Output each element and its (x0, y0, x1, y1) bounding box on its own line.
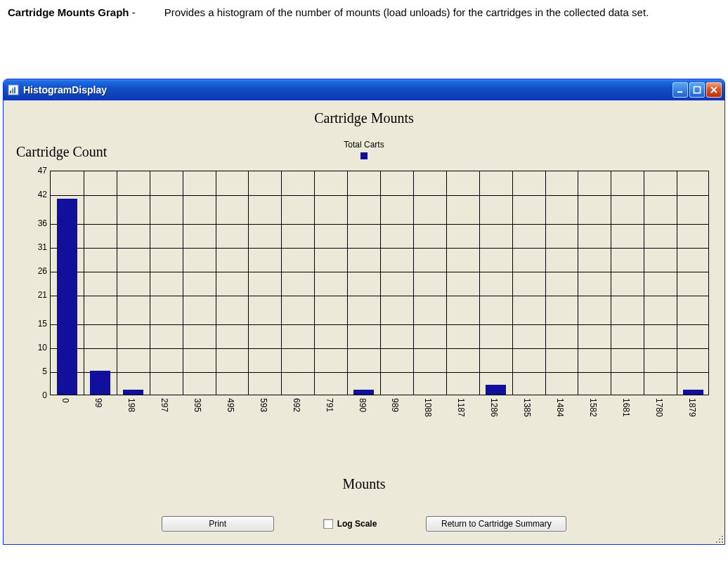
chart-plot-area (50, 171, 709, 395)
x-tick-label: 1879 (687, 398, 697, 417)
maximize-button[interactable] (689, 82, 705, 98)
y-tick-label: 5 (19, 367, 47, 376)
print-button[interactable]: Print (162, 516, 274, 532)
x-tick-label: 1484 (555, 398, 565, 417)
checkbox-box-icon (323, 519, 333, 529)
y-tick-label: 15 (19, 319, 47, 329)
legend-label: Total Carts (4, 140, 724, 150)
x-tick-label: 989 (390, 398, 400, 412)
svg-rect-5 (694, 86, 701, 93)
y-tick-label: 10 (19, 343, 47, 352)
x-tick-label: 0 (60, 398, 70, 403)
x-axis-ticks: 0991982973954955936927918909891088118712… (50, 395, 709, 430)
x-tick-label: 1187 (456, 398, 466, 417)
y-tick-label: 31 (19, 242, 47, 252)
x-tick-label: 395 (193, 398, 202, 412)
x-tick-label: 1681 (621, 398, 631, 417)
y-tick-label: 0 (19, 390, 47, 400)
y-tick-label: 36 (19, 218, 47, 228)
x-tick-label: 890 (358, 398, 368, 412)
x-tick-label: 791 (325, 398, 334, 412)
window-client-area: Cartridge Mounts Cartridge Count Total C… (4, 100, 724, 544)
x-tick-label: 99 (93, 398, 103, 407)
x-tick-label: 692 (292, 398, 301, 412)
x-tick-label: 297 (160, 398, 169, 412)
x-axis-title: Mounts (4, 476, 724, 492)
app-icon (8, 84, 19, 95)
y-tick-label: 26 (19, 266, 47, 276)
x-tick-label: 1385 (522, 398, 532, 417)
y-tick-label: 47 (19, 166, 47, 176)
y-tick-label: 21 (19, 290, 47, 300)
doc-dash: - (129, 6, 136, 18)
return-button[interactable]: Return to Cartridge Summary (426, 516, 566, 532)
x-tick-label: 1286 (489, 398, 499, 417)
histogram-bar (57, 199, 77, 395)
chart-title: Cartridge Mounts (4, 100, 724, 126)
chart-legend: Total Carts (4, 140, 724, 161)
svg-rect-3 (14, 87, 15, 93)
histogram-bar (90, 371, 110, 395)
doc-term: Cartridge Mounts Graph (8, 6, 129, 18)
x-tick-label: 1582 (588, 398, 598, 417)
svg-rect-4 (677, 91, 682, 93)
histogram-bar (486, 385, 506, 395)
histogram-bar (353, 390, 374, 395)
x-tick-label: 198 (126, 398, 136, 412)
window-title: HistogramDisplay (23, 84, 671, 95)
titlebar[interactable]: HistogramDisplay (4, 79, 724, 100)
doc-description: Provides a histogram of the number of mo… (164, 6, 649, 18)
y-tick-label: 42 (19, 190, 47, 199)
histogram-bar (683, 390, 703, 395)
histogram-window: HistogramDisplay Cartridge Mounts Cartri… (3, 79, 725, 545)
log-scale-checkbox[interactable]: Log Scale (323, 519, 377, 529)
x-tick-label: 1780 (654, 398, 664, 417)
resize-grip[interactable] (712, 532, 723, 543)
x-tick-label: 495 (226, 398, 235, 412)
legend-swatch-icon (360, 152, 368, 159)
x-tick-label: 593 (259, 398, 268, 412)
log-scale-label: Log Scale (337, 519, 377, 529)
svg-rect-2 (12, 88, 13, 93)
minimize-button[interactable] (672, 82, 688, 98)
svg-rect-1 (10, 91, 11, 93)
close-button[interactable] (706, 82, 722, 98)
histogram-bar (123, 390, 143, 395)
x-tick-label: 1088 (423, 398, 433, 417)
